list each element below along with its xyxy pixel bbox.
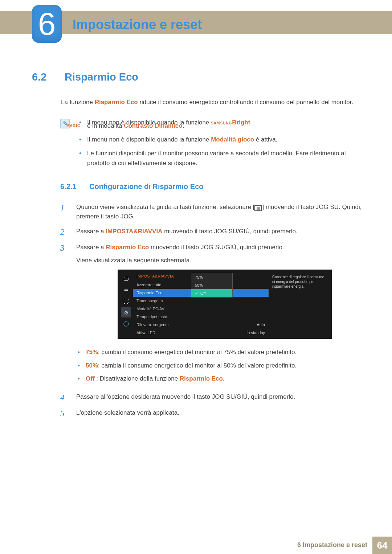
resize-icon: ⛶ [121, 296, 131, 306]
page-number: 64 [372, 537, 392, 554]
menu-name: IMPOSTA&RIAVVIA [106, 228, 162, 235]
feature-name: Risparmio Eco [95, 99, 138, 106]
chapter-title: Impostazione e reset [73, 15, 202, 35]
osd-option-popup: 75% 50% Off [191, 273, 233, 297]
page-footer: 6 Impostazione e reset 64 [0, 537, 392, 554]
osd-row-pcav: Modalità PC/AV [133, 305, 269, 313]
label: Timer spegnim. [136, 298, 191, 304]
subsection-number: 6.2.1 [60, 181, 81, 192]
step: 2 Passare a IMPOSTA&RIAVVIA muovendo il … [60, 227, 364, 238]
page-content: 6.2 Risparmio Eco La funzione Risparmio … [32, 69, 364, 424]
feature-bright: Bright [232, 119, 250, 126]
label: Risparmio Eco [136, 290, 191, 296]
label: Rilevam. sorgente [136, 322, 191, 328]
mode-contrast: Contrasto Dinamico [124, 122, 183, 129]
osd-row-detect: Rilevam. sorgenteAuto [133, 321, 269, 329]
option-75: 75%: cambia il consumo energetico del mo… [76, 348, 364, 357]
osd-row-led: Attiva LEDIn standby [133, 329, 269, 337]
osd-panel: 🖵 ≣ ⛶ ⚙ ⓘ IMPOSTA&RIAVVIA Azzerare tutto… [118, 270, 332, 339]
step: 5 L'opzione selezionata verrà applicata. [60, 408, 364, 419]
text: . [223, 375, 225, 382]
option-label: 75% [86, 349, 98, 356]
feature-name: Risparmio Eco [180, 375, 223, 382]
note-item: Il menu non è disponibile quando la funz… [78, 135, 364, 144]
note-list: Il menu non è disponibile quando la funz… [78, 118, 364, 172]
text: Viene visualizzata la seguente schermata… [76, 256, 364, 265]
section-number: 6.2 [32, 69, 54, 85]
menu-icon-glyph: ▥ [254, 205, 262, 211]
menu-name: Risparmio Eco [106, 244, 149, 251]
label: Azzerare tutto [136, 282, 191, 288]
osd-row-repeat: Tempo ripet tasto [133, 313, 269, 321]
option-descriptions: 75%: cambia il consumo energetico del mo… [76, 348, 364, 383]
text: Passare a [76, 244, 106, 251]
brand-samsung: SAMSUNG [211, 121, 232, 125]
step-list: 1 Quando viene visualizzata la guida ai … [60, 202, 364, 419]
osd-row-timer: Timer spegnim. [133, 297, 269, 305]
label: Modalità PC/AV [136, 306, 191, 312]
step-number: 4 [60, 392, 69, 403]
osd-help-text: Consente di regolare il consumo di energ… [269, 271, 330, 337]
subsection-heading: 6.2.1 Configurazione di Risparmio Eco [60, 181, 364, 192]
text: : Disattivazione della funzione [95, 375, 180, 382]
step: 4 Passare all'opzione desiderata muovend… [60, 392, 364, 403]
option-off: Off : Disattivazione della funzione Risp… [76, 374, 364, 383]
step-number: 1 [60, 202, 69, 222]
value: Auto [191, 322, 265, 328]
section-title: Risparmio Eco [65, 69, 138, 85]
osd-option-off: Off [191, 289, 232, 297]
subsection-title: Configurazione di Risparmio Eco [89, 181, 203, 192]
step-body: Passare a IMPOSTA&RIAVVIA muovendo il ta… [76, 227, 364, 238]
text: . [183, 122, 184, 129]
osd-option-50: 50% [191, 281, 232, 289]
brand-magic: MAGIC [66, 123, 80, 129]
step-number: 5 [60, 408, 69, 419]
step: 1 Quando viene visualizzata la guida ai … [60, 202, 364, 222]
footer-chapter-label: 6 Impostazione e reset [297, 540, 367, 550]
note-item: Le funzioni disponibili per il monitor p… [78, 149, 364, 168]
text: muovendo il tasto JOG SU/GIÙ, quindi pre… [162, 228, 297, 235]
step-body: L'opzione selezionata verrà applicata. [76, 408, 364, 419]
list-icon: ≣ [121, 285, 131, 295]
text: riduce il consumo energetico controlland… [138, 99, 353, 106]
chapter-number-badge: 6 [32, 5, 62, 43]
osd-screenshot: 🖵 ≣ ⛶ ⚙ ⓘ IMPOSTA&RIAVVIA Azzerare tutto… [118, 270, 364, 339]
gear-icon: ⚙ [121, 307, 131, 317]
step-body: Passare all'opzione desiderata muovendo … [76, 392, 364, 403]
option-50: 50%: cambia il consumo energetico del mo… [76, 361, 364, 370]
mode-game-link: Modalità gioco [211, 136, 254, 143]
osd-main: IMPOSTA&RIAVVIA Azzerare tutto Risparmio… [133, 271, 269, 337]
text: Passare a [76, 228, 106, 235]
step-body: Quando viene visualizzata la guida ai ta… [76, 202, 364, 222]
option-label: Off [86, 375, 95, 382]
text: Il menu non è disponibile quando la funz… [87, 136, 211, 143]
value: In standby [191, 330, 265, 336]
text: è in modalità [87, 122, 124, 129]
text: Quando viene visualizzata la guida ai ta… [76, 204, 254, 210]
section-intro: La funzione Risparmio Eco riduce il cons… [61, 98, 364, 107]
label: Tempo ripet tasto [136, 314, 191, 320]
section-heading: 6.2 Risparmio Eco [32, 69, 364, 85]
info-icon: ⓘ [121, 319, 131, 329]
step-number: 2 [60, 227, 69, 238]
monitor-icon: 🖵 [121, 274, 131, 284]
osd-option-75: 75% [191, 273, 232, 281]
osd-sidebar: 🖵 ≣ ⛶ ⚙ ⓘ [119, 271, 133, 337]
step-number: 3 [60, 243, 69, 387]
step: 3 Passare a Risparmio Eco muovendo il ta… [60, 243, 364, 387]
text: La funzione [61, 99, 95, 106]
text: muovendo il tasto JOG SU/GIÙ, quindi pre… [149, 244, 284, 251]
label: Attiva LED [136, 330, 191, 336]
text: è attiva. [254, 136, 277, 143]
text: : cambia il consumo energetico del monit… [98, 362, 297, 369]
note-item: Il menu non è disponibile quando la funz… [78, 118, 364, 131]
step-body: Passare a Risparmio Eco muovendo il tast… [76, 243, 364, 387]
note-block: ✎ Il menu non è disponibile quando la fu… [60, 118, 364, 172]
text: : cambia il consumo energetico del monit… [98, 349, 297, 356]
option-label: 50% [86, 362, 98, 369]
